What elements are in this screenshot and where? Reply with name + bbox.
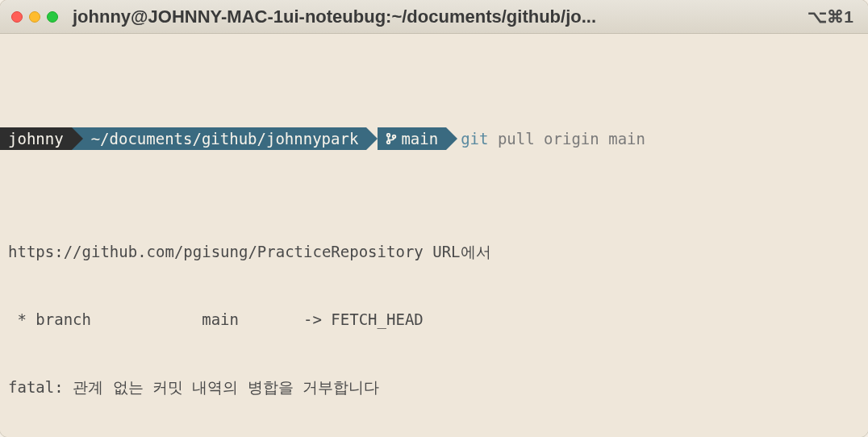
prompt-branch: main [401, 127, 438, 150]
traffic-lights [11, 11, 58, 23]
svg-point-1 [387, 141, 390, 144]
titlebar[interactable]: johnny@JOHNNY-MAC-1ui-noteubug:~/documen… [0, 0, 868, 34]
git-branch-icon [386, 133, 397, 144]
output-line: * branch main -> FETCH_HEAD [0, 308, 868, 331]
prompt-path-segment: ~/documents/github/johnnypark [72, 127, 367, 150]
terminal-window: johnny@JOHNNY-MAC-1ui-noteubug:~/documen… [0, 0, 868, 437]
minimize-icon[interactable] [29, 11, 40, 23]
output-line: https://github.com/pgisung/PracticeRepos… [0, 240, 868, 263]
command-args: pull origin main [498, 127, 645, 150]
tab-shortcut: ⌥⌘1 [807, 7, 857, 27]
output-line: fatal: 관계 없는 커밋 내역의 병합을 거부합니다 [0, 376, 868, 398]
svg-point-2 [393, 135, 396, 139]
maximize-icon[interactable] [47, 11, 58, 23]
svg-point-0 [387, 134, 390, 137]
prompt-user-segment: johnny [0, 127, 72, 150]
prompt-user: johnny [8, 127, 64, 150]
terminal-body[interactable]: johnny ~/documents/github/johnnypark mai… [0, 34, 868, 437]
prompt-line: johnny ~/documents/github/johnnypark mai… [0, 127, 868, 150]
window-title: johnny@JOHNNY-MAC-1ui-noteubug:~/documen… [58, 6, 807, 27]
prompt-branch-segment: main [378, 127, 446, 150]
prompt-path: ~/documents/github/johnnypark [91, 127, 359, 150]
close-icon[interactable] [11, 11, 23, 23]
